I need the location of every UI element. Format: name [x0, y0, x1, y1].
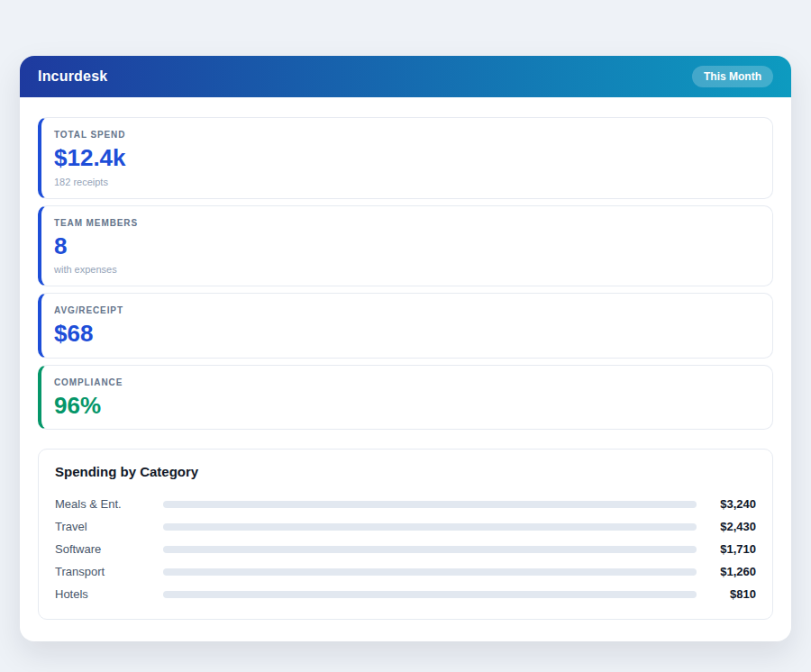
- dashboard-card: Incurdesk This Month TOTAL SPEND $12.4k …: [20, 56, 791, 641]
- stat-value: $68: [54, 321, 758, 347]
- category-label: Meals & Ent.: [55, 497, 163, 511]
- bar-track: [163, 546, 697, 553]
- category-label: Software: [55, 542, 163, 556]
- stat-value: 96%: [54, 393, 758, 419]
- stat-card-total-spend: TOTAL SPEND $12.4k 182 receipts: [38, 117, 773, 199]
- app-header: Incurdesk This Month: [20, 56, 791, 97]
- category-card-title: Spending by Category: [55, 464, 756, 479]
- category-row: Meals & Ent. $3,240: [55, 493, 756, 515]
- category-row: Travel $2,430: [55, 515, 756, 538]
- category-label: Transport: [55, 565, 163, 578]
- dashboard-body: TOTAL SPEND $12.4k 182 receipts TEAM MEM…: [20, 97, 791, 641]
- category-label: Hotels: [55, 587, 163, 601]
- stat-value: $12.4k: [54, 145, 758, 171]
- bar-track: [163, 501, 697, 508]
- category-row: Software $1,710: [55, 538, 756, 560]
- category-label: Travel: [55, 520, 163, 533]
- period-badge[interactable]: This Month: [692, 66, 773, 87]
- stat-card-compliance: COMPLIANCE 96%: [38, 365, 773, 431]
- category-amount: $810: [706, 587, 756, 601]
- stat-label: AVG/RECEIPT: [54, 305, 758, 315]
- bar-track: [163, 523, 697, 531]
- spending-by-category-card: Spending by Category Meals & Ent. $3,240…: [38, 449, 773, 620]
- category-amount: $2,430: [706, 520, 756, 533]
- stat-sub: with expenses: [54, 264, 758, 275]
- stat-value: 8: [54, 233, 758, 259]
- stat-label: TOTAL SPEND: [54, 130, 758, 140]
- bar-track: [163, 568, 697, 576]
- stat-sub: 182 receipts: [54, 177, 758, 187]
- category-amount: $1,260: [706, 565, 756, 578]
- category-row: Transport $1,260: [55, 560, 756, 583]
- stat-card-team-members: TEAM MEMBERS 8 with expenses: [38, 205, 773, 287]
- category-amount: $3,240: [706, 497, 756, 511]
- stat-label: COMPLIANCE: [54, 377, 758, 387]
- stat-card-avg-receipt: AVG/RECEIPT $68: [38, 293, 773, 359]
- app-title: Incurdesk: [38, 68, 107, 85]
- category-amount: $1,710: [706, 542, 756, 556]
- bar-track: [163, 591, 697, 598]
- stat-label: TEAM MEMBERS: [54, 218, 758, 228]
- category-row: Hotels $810: [55, 583, 756, 605]
